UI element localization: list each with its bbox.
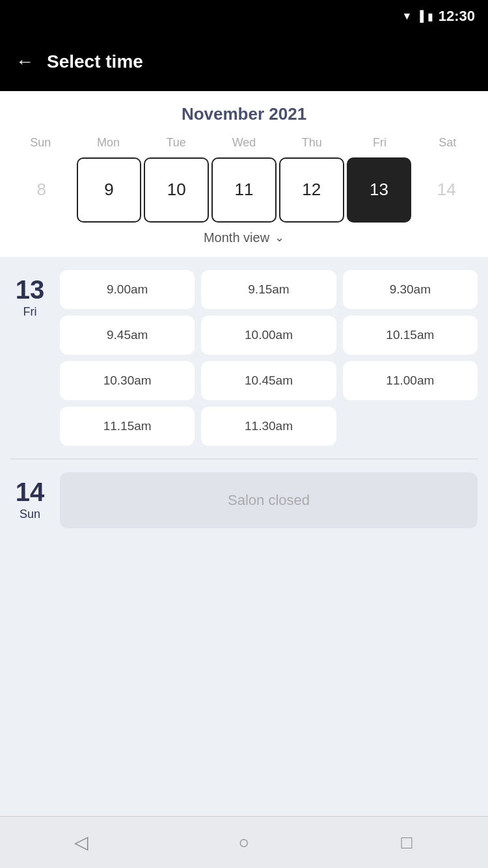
day-13-block: 13 Fri 9.00am 9.15am 9.30am 9.45am 10.00… <box>10 270 478 446</box>
time-slot-1115am[interactable]: 11.15am <box>60 407 195 446</box>
status-time: 12:30 <box>439 8 475 25</box>
back-button[interactable]: ← <box>16 51 34 72</box>
signal-icon: ▐ <box>416 10 423 22</box>
time-slot-900am[interactable]: 9.00am <box>60 270 195 309</box>
day-13-label: 13 Fri <box>10 270 49 446</box>
day-header-thu: Thu <box>278 133 346 152</box>
day-13-slots-grid: 9.00am 9.15am 9.30am 9.45am 10.00am 10.1… <box>60 270 478 446</box>
section-divider <box>10 459 478 459</box>
time-slot-945am[interactable]: 9.45am <box>60 316 195 355</box>
time-slot-1000am[interactable]: 10.00am <box>201 316 336 355</box>
day-header-sun: Sun <box>7 133 74 152</box>
day-cell-9[interactable]: 9 <box>77 157 142 223</box>
salon-closed-box: Salon closed <box>60 472 478 528</box>
wifi-icon: ▼ <box>402 10 413 22</box>
day-cell-13[interactable]: 13 <box>347 157 412 223</box>
day-cell-14[interactable]: 14 <box>414 157 479 223</box>
day-14-name: Sun <box>20 508 40 521</box>
page-title: Select time <box>47 51 143 72</box>
day-cell-8[interactable]: 8 <box>9 157 74 223</box>
status-bar: ▼ ▐ ▮ 12:30 <box>0 0 488 33</box>
time-slot-930am[interactable]: 9.30am <box>343 270 478 309</box>
day-headers-row: Sun Mon Tue Wed Thu Fri Sat <box>7 133 481 152</box>
day-13-number: 13 <box>16 277 45 303</box>
day-cell-10[interactable]: 10 <box>144 157 209 223</box>
nav-back-button[interactable]: ◁ <box>65 826 98 859</box>
time-slot-1015am[interactable]: 10.15am <box>343 316 478 355</box>
day-header-mon: Mon <box>74 133 142 152</box>
time-slot-1045am[interactable]: 10.45am <box>201 361 336 400</box>
battery-icon: ▮ <box>427 10 433 23</box>
day-header-wed: Wed <box>210 133 278 152</box>
month-view-label: Month view <box>204 230 269 245</box>
day-14-number: 14 <box>16 479 45 505</box>
bottom-nav: ◁ ○ □ <box>0 816 488 868</box>
time-slot-1130am[interactable]: 11.30am <box>201 407 336 446</box>
day-cell-12[interactable]: 12 <box>279 157 344 223</box>
status-icons: ▼ ▐ ▮ <box>402 10 433 23</box>
time-slot-1100am[interactable]: 11.00am <box>343 361 478 400</box>
day-13-name: Fri <box>23 305 37 319</box>
month-view-toggle[interactable]: Month view ⌄ <box>7 223 481 251</box>
nav-home-button[interactable]: ○ <box>228 826 260 859</box>
day-header-sat: Sat <box>414 133 481 152</box>
week-row: 8 9 10 11 12 13 14 <box>7 157 481 223</box>
nav-recent-button[interactable]: □ <box>390 826 423 859</box>
salon-closed-label: Salon closed <box>228 492 310 509</box>
day-14-block: 14 Sun Salon closed <box>10 472 478 528</box>
time-slot-915am[interactable]: 9.15am <box>201 270 336 309</box>
page-header: ← Select time <box>0 33 488 91</box>
time-slot-1030am[interactable]: 10.30am <box>60 361 195 400</box>
time-section: 13 Fri 9.00am 9.15am 9.30am 9.45am 10.00… <box>0 257 488 816</box>
calendar-section: November 2021 Sun Mon Tue Wed Thu Fri Sa… <box>0 91 488 257</box>
day-header-tue: Tue <box>142 133 210 152</box>
day-cell-11[interactable]: 11 <box>211 157 277 223</box>
chevron-down-icon: ⌄ <box>275 230 284 245</box>
day-14-label: 14 Sun <box>10 472 49 528</box>
month-year-label: November 2021 <box>7 104 481 124</box>
day-header-fri: Fri <box>346 133 413 152</box>
